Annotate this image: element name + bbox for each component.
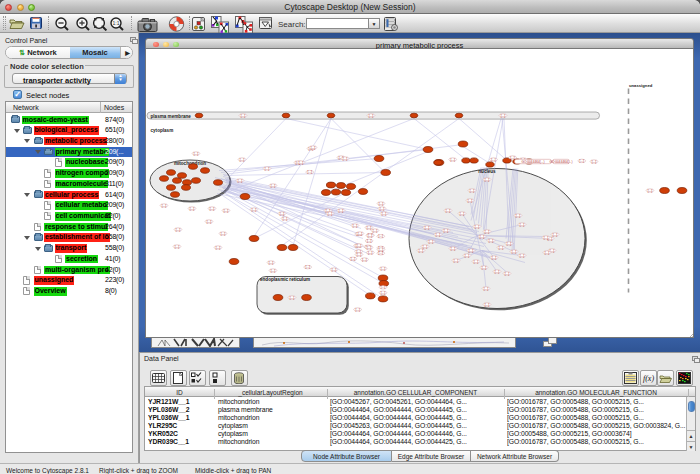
svg-text:[...]: [...] [252, 207, 257, 211]
svg-text:[...]: [...] [446, 208, 451, 212]
svg-text:[...]: [...] [162, 203, 167, 207]
svg-text:[...]: [...] [355, 307, 360, 311]
svg-text:[...]: [...] [241, 113, 246, 117]
svg-text:[...]: [...] [436, 232, 441, 236]
svg-text:[...]: [...] [429, 239, 434, 243]
svg-text:[...]: [...] [553, 232, 558, 236]
svg-text:[...]: [...] [210, 206, 215, 210]
svg-text:[...]: [...] [358, 231, 363, 235]
svg-text:[...]: [...] [238, 178, 243, 182]
svg-text:[...]: [...] [580, 159, 585, 163]
svg-text:[...]: [...] [175, 244, 180, 248]
svg-text:[...]: [...] [648, 188, 653, 192]
svg-text:[...]: [...] [482, 265, 487, 269]
svg-text:[...]: [...] [491, 157, 496, 161]
svg-text:[...]: [...] [419, 248, 424, 252]
svg-text:[...]: [...] [369, 113, 374, 117]
svg-text:[...]: [...] [311, 145, 316, 149]
svg-text:[...]: [...] [495, 269, 500, 273]
svg-text:[...]: [...] [379, 201, 384, 205]
svg-text:[...]: [...] [468, 198, 473, 202]
svg-text:[...]: [...] [379, 247, 384, 251]
svg-text:[...]: [...] [516, 213, 521, 217]
svg-text:[...]: [...] [362, 257, 367, 261]
svg-text:[...]: [...] [216, 245, 221, 249]
svg-text:[...]: [...] [332, 267, 337, 271]
svg-text:[...]: [...] [381, 285, 386, 289]
svg-text:[...]: [...] [475, 224, 480, 228]
svg-text:[...]: [...] [379, 251, 384, 255]
svg-text:[...]: [...] [450, 157, 455, 161]
svg-text:[...]: [...] [507, 241, 512, 245]
svg-text:[...]: [...] [520, 253, 525, 257]
svg-text:f(x): f(x) [643, 374, 654, 383]
svg-text:[...]: [...] [368, 233, 373, 237]
svg-text:[...]: [...] [382, 211, 387, 215]
svg-text:[...]: [...] [544, 235, 549, 239]
svg-text:[...]: [...] [485, 177, 490, 181]
svg-text:[...]: [...] [425, 225, 430, 229]
svg-text:[...]: [...] [339, 208, 344, 212]
svg-text:plasma membrane: plasma membrane [151, 113, 192, 118]
svg-text:[...]: [...] [290, 295, 295, 299]
svg-text:[...]: [...] [373, 228, 378, 232]
svg-text:[...]: [...] [353, 223, 358, 227]
svg-text:[...]: [...] [470, 188, 475, 192]
svg-text:[...]: [...] [271, 268, 276, 272]
svg-text:[...]: [...] [381, 266, 386, 270]
svg-text:[...]: [...] [280, 211, 285, 215]
svg-text:[...]: [...] [269, 260, 274, 264]
svg-text:[...]: [...] [240, 157, 245, 161]
svg-text:[...]: [...] [381, 290, 386, 294]
svg-text:[...]: [...] [501, 113, 506, 117]
svg-text:[...]: [...] [489, 238, 494, 242]
svg-text:[...]: [...] [474, 259, 479, 263]
svg-text:[...]: [...] [367, 245, 372, 249]
svg-text:[...]: [...] [510, 155, 515, 159]
svg-text:[...]: [...] [221, 231, 226, 235]
svg-text:1:1: 1:1 [113, 20, 120, 26]
svg-text:[...]: [...] [499, 245, 504, 249]
svg-text:[...]: [...] [454, 258, 459, 262]
svg-text:[...]: [...] [485, 229, 490, 233]
svg-text:nucleus: nucleus [478, 169, 496, 174]
svg-text:[...]: [...] [485, 302, 490, 306]
svg-text:[...]: [...] [176, 227, 181, 231]
svg-text:[...]: [...] [224, 208, 229, 212]
svg-text:[...]: [...] [368, 250, 373, 254]
svg-text:[...]: [...] [207, 219, 212, 223]
svg-text:[...]: [...] [299, 160, 304, 164]
svg-text:[...]: [...] [367, 225, 372, 229]
svg-text:[...]: [...] [379, 234, 384, 238]
svg-text:[...]: [...] [357, 243, 362, 247]
svg-text:endoplasmic reticulum: endoplasmic reticulum [260, 277, 310, 282]
svg-text:[...]: [...] [343, 156, 348, 160]
svg-text:[...]: [...] [194, 151, 199, 155]
svg-text:cytoplasm: cytoplasm [151, 127, 174, 132]
svg-text:[...]: [...] [305, 265, 310, 269]
svg-text:GO:0044464(...): GO:0044464(...) [521, 159, 544, 163]
svg-text:[...]: [...] [367, 239, 372, 243]
svg-text:[...]: [...] [423, 244, 428, 248]
svg-text:[...]: [...] [265, 166, 270, 170]
svg-text:[...]: [...] [512, 249, 517, 253]
svg-text:[...]: [...] [307, 170, 312, 174]
svg-text:GO:0044464(...): GO:0044464(...) [549, 159, 572, 163]
svg-text:[...]: [...] [520, 222, 525, 226]
svg-text:[...]: [...] [505, 271, 510, 275]
svg-text:[...]: [...] [592, 159, 597, 163]
svg-text:[...]: [...] [357, 252, 362, 256]
svg-text:[...]: [...] [328, 211, 333, 215]
svg-text:[...]: [...] [451, 246, 456, 250]
svg-text:[...]: [...] [380, 206, 385, 210]
svg-text:[...]: [...] [484, 286, 489, 290]
svg-text:[...]: [...] [492, 255, 497, 259]
svg-text:[...]: [...] [351, 256, 356, 260]
svg-text:[...]: [...] [190, 206, 195, 210]
svg-text:unassigned: unassigned [629, 83, 653, 88]
svg-text:[...]: [...] [283, 216, 288, 220]
svg-text:[...]: [...] [444, 228, 449, 232]
svg-text:[...]: [...] [465, 253, 470, 257]
svg-text:[...]: [...] [469, 248, 474, 252]
svg-text:[...]: [...] [545, 250, 550, 254]
